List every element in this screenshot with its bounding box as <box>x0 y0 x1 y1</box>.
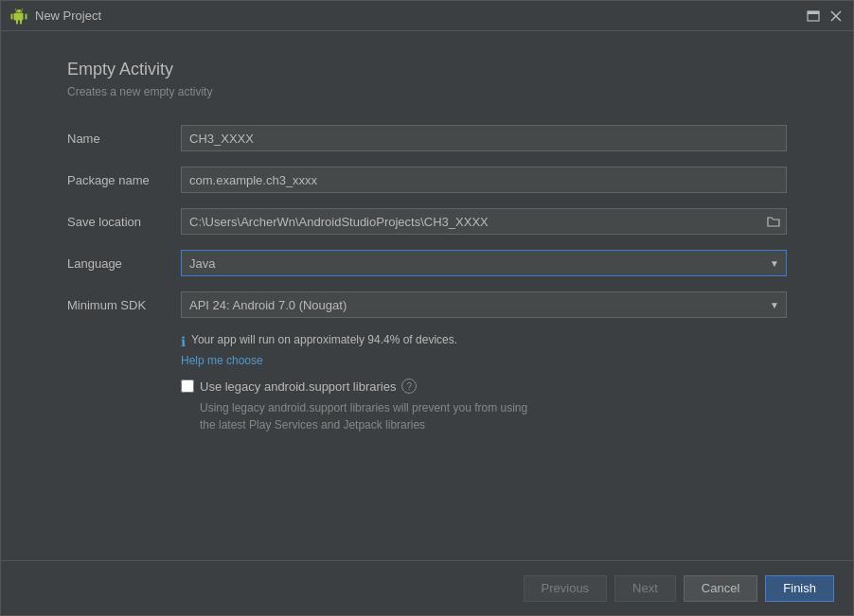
titlebar: New Project <box>1 1 853 31</box>
name-label: Name <box>67 132 181 146</box>
name-row: Name <box>67 125 787 151</box>
legacy-checkbox-section: Use legacy android.support libraries ? U… <box>181 378 787 433</box>
legacy-description: Using legacy android.support libraries w… <box>200 399 787 433</box>
svg-point-0 <box>17 10 18 11</box>
package-label: Package name <box>67 173 181 187</box>
min-sdk-select-wrap: API 16: Android 4.1 (Jelly Bean) API 21:… <box>181 291 787 318</box>
new-project-dialog: New Project Empty Activity Creates a new… <box>0 0 854 616</box>
android-icon <box>10 8 27 25</box>
save-location-label: Save location <box>67 215 181 229</box>
close-button[interactable] <box>828 9 844 24</box>
legacy-checkbox-label: Use legacy android.support libraries <box>200 379 396 394</box>
cancel-button[interactable]: Cancel <box>684 575 757 602</box>
name-input[interactable] <box>181 125 787 151</box>
save-location-input[interactable] <box>181 208 760 235</box>
package-row: Package name <box>67 167 787 193</box>
language-row: Language Java Kotlin ▼ <box>67 250 787 276</box>
save-location-row: Save location <box>67 208 787 235</box>
min-sdk-row: Minimum SDK API 16: Android 4.1 (Jelly B… <box>67 291 787 318</box>
info-row: ℹ Your app will run on approximately 94.… <box>181 333 787 349</box>
min-sdk-select[interactable]: API 16: Android 4.1 (Jelly Bean) API 21:… <box>181 291 787 318</box>
svg-point-1 <box>21 10 22 11</box>
legacy-desc-line2: the latest Play Services and Jetpack lib… <box>200 418 425 431</box>
name-input-wrap <box>181 125 787 151</box>
language-select-wrap: Java Kotlin ▼ <box>181 250 787 276</box>
content-area: Empty Activity Creates a new empty activ… <box>1 31 853 560</box>
language-label: Language <box>67 256 181 271</box>
language-select[interactable]: Java Kotlin <box>181 250 787 276</box>
finish-button[interactable]: Finish <box>765 575 834 602</box>
info-text: Your app will run on approximately 94.4%… <box>191 333 457 346</box>
package-input[interactable] <box>181 167 787 193</box>
svg-rect-5 <box>808 11 819 14</box>
legacy-checkbox[interactable] <box>181 379 194 393</box>
help-me-choose-link[interactable]: Help me choose <box>181 354 263 367</box>
legacy-help-icon[interactable]: ? <box>401 378 417 394</box>
window-controls <box>806 9 844 24</box>
legacy-checkbox-row: Use legacy android.support libraries ? <box>181 378 787 394</box>
svg-line-2 <box>15 9 16 10</box>
maximize-button[interactable] <box>806 9 821 24</box>
info-section: ℹ Your app will run on approximately 94.… <box>181 333 787 367</box>
previous-button[interactable]: Previous <box>524 575 608 602</box>
dialog-footer: Previous Next Cancel Finish <box>1 560 853 615</box>
browse-folder-button[interactable] <box>760 208 787 235</box>
package-input-wrap <box>181 167 787 193</box>
window-title: New Project <box>35 9 806 23</box>
info-circle-icon: ℹ <box>181 334 186 349</box>
min-sdk-label: Minimum SDK <box>67 298 181 312</box>
next-button[interactable]: Next <box>614 575 676 602</box>
legacy-desc-line1: Using legacy android.support libraries w… <box>200 401 527 414</box>
page-title: Empty Activity <box>67 60 787 79</box>
save-location-input-wrap <box>181 208 787 235</box>
svg-line-3 <box>22 9 23 10</box>
page-subtitle: Creates a new empty activity <box>67 85 787 98</box>
